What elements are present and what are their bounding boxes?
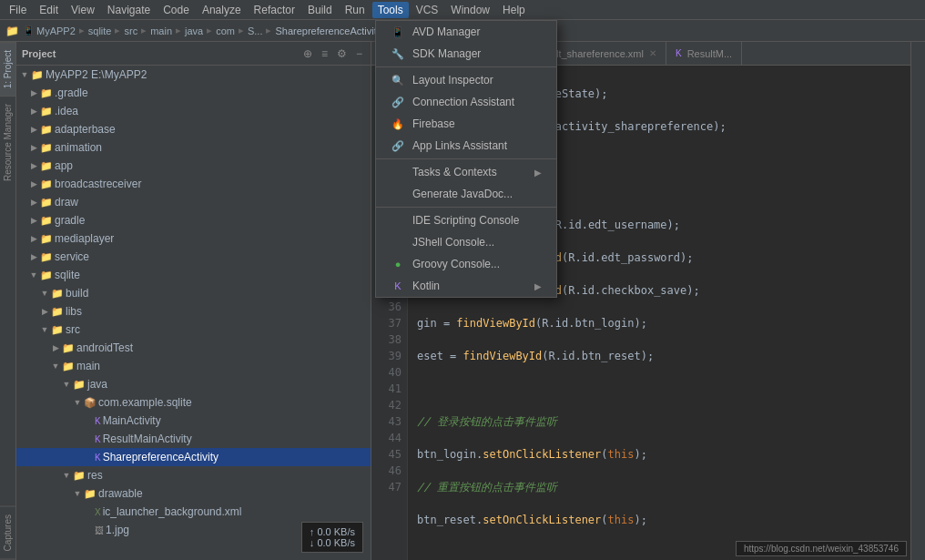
tree-item-animation[interactable]: ▶ 📁 animation xyxy=(16,138,371,157)
layout-inspector-icon: 🔍 xyxy=(391,75,405,87)
menu-run[interactable]: Run xyxy=(340,2,371,18)
breadcrumb-myapp2[interactable]: 📱 MyAPP2 xyxy=(23,25,76,36)
menu-edit[interactable]: Edit xyxy=(34,2,64,18)
menu-item-tasks[interactable]: Tasks & Contexts ▶ xyxy=(376,161,556,183)
menu-navigate[interactable]: Navigate xyxy=(102,2,156,18)
menu-item-connection-assistant[interactable]: 🔗 Connection Assistant xyxy=(376,91,556,113)
file-tree: ▼ 📁 MyAPP2 E:\MyAPP2 ▶ 📁 .gradle ▶ 📁 .id… xyxy=(16,66,371,560)
tree-item-sharepref[interactable]: K SharepreferenceActivity xyxy=(16,448,371,466)
panel-collapse-btn[interactable]: ≡ xyxy=(319,46,330,61)
menu-item-groovy[interactable]: ● Groovy Console... xyxy=(376,253,556,275)
menu-vcs[interactable]: VCS xyxy=(411,2,444,18)
folder-icon-gradle2: 📁 xyxy=(40,215,53,227)
vertical-tab-project[interactable]: 1: Project xyxy=(0,42,15,96)
tree-label-mediaplayer: mediaplayer xyxy=(55,232,114,245)
arrow-app: ▶ xyxy=(29,161,38,170)
tree-item-mainactivity[interactable]: K MainActivity xyxy=(16,412,371,430)
panel-settings-btn[interactable]: ⚙ xyxy=(334,46,350,61)
tree-item-src[interactable]: ▼ 📁 src xyxy=(16,321,371,339)
tab-resultm[interactable]: K ResultM... xyxy=(666,42,742,65)
tree-label-idea: .idea xyxy=(55,105,78,117)
menu-analyze[interactable]: Analyze xyxy=(197,2,247,18)
tree-item-androidtest[interactable]: ▶ 📁 androidTest xyxy=(16,339,371,357)
dropdown-sep-2 xyxy=(376,158,556,159)
tree-item-build[interactable]: ▼ 📁 build xyxy=(16,284,371,302)
tooltip-text: https://blog.csdn.net/weixin_43853746 xyxy=(744,544,899,554)
firebase-icon: 🔥 xyxy=(391,118,405,130)
tree-item-libs[interactable]: ▶ 📁 libs xyxy=(16,302,371,321)
tree-label-sharepref: SharepreferenceActivity xyxy=(103,451,219,463)
tree-item-myapp2[interactable]: ▼ 📁 MyAPP2 E:\MyAPP2 xyxy=(16,66,371,84)
tree-label-java: java xyxy=(87,378,107,391)
package-icon: 📦 xyxy=(84,397,97,409)
vertical-tab-resource[interactable]: Resource Manager xyxy=(0,96,15,188)
arrow-idea: ▶ xyxy=(29,107,38,116)
menu-build[interactable]: Build xyxy=(302,2,338,18)
menu-item-firebase[interactable]: 🔥 Firebase xyxy=(376,113,556,135)
app-links-label: App Links Assistant xyxy=(412,139,507,152)
arrow-main: ▼ xyxy=(51,361,60,371)
vertical-tab-captures[interactable]: Captures xyxy=(0,506,15,560)
folder-icon-sqlite: 📁 xyxy=(40,270,53,281)
tree-item-broadcast[interactable]: ▶ 📁 broadcastreceiver xyxy=(16,175,371,193)
menu-file[interactable]: File xyxy=(4,2,32,18)
right-sidebar xyxy=(910,42,925,560)
breadcrumb-s[interactable]: S... xyxy=(248,25,263,36)
tree-item-main[interactable]: ▼ 📁 main xyxy=(16,357,371,375)
arrow-animation: ▶ xyxy=(29,143,38,152)
tree-item-app[interactable]: ▶ 📁 app xyxy=(16,157,371,175)
arrow-adapterbase: ▶ xyxy=(29,125,38,134)
tree-item-service[interactable]: ▶ 📁 service xyxy=(16,248,371,266)
menu-tools[interactable]: Tools xyxy=(372,2,409,18)
tree-item-java[interactable]: ▼ 📁 java xyxy=(16,375,371,393)
tree-item-draw[interactable]: ▶ 📁 draw xyxy=(16,193,371,211)
breadcrumb-sqlite[interactable]: sqlite xyxy=(88,25,112,36)
tree-label-jpg: 1.jpg xyxy=(106,524,129,536)
tree-item-resultmainactivity[interactable]: K ResultMainActivity xyxy=(16,430,371,448)
menu-code[interactable]: Code xyxy=(158,2,195,18)
menu-window[interactable]: Window xyxy=(445,2,495,18)
panel-add-btn[interactable]: ⊕ xyxy=(300,46,315,61)
folder-icon-service: 📁 xyxy=(40,251,53,263)
jshell-label: JShell Console... xyxy=(412,236,494,249)
tree-item-launcher-xml[interactable]: X ic_launcher_background.xml xyxy=(16,503,371,521)
folder-icon-drawable: 📁 xyxy=(84,488,97,500)
tree-item-gradle2[interactable]: ▶ 📁 gradle xyxy=(16,211,371,229)
menu-item-jshell[interactable]: JShell Console... xyxy=(376,231,556,253)
menu-item-sdk[interactable]: 🔧 SDK Manager xyxy=(376,43,556,65)
file-icon-mainactivity: K xyxy=(95,416,101,426)
folder-icon-main: 📁 xyxy=(62,361,75,372)
panel-minimize-btn[interactable]: − xyxy=(353,46,365,61)
breadcrumb-activity[interactable]: SharepreferenceActivity xyxy=(275,25,381,36)
breadcrumb-main[interactable]: main xyxy=(150,25,172,36)
tree-label-mainactivity: MainActivity xyxy=(103,414,161,427)
breadcrumb-src[interactable]: src xyxy=(124,25,137,36)
tree-label-sqlite: sqlite xyxy=(55,269,80,281)
folder-icon-res: 📁 xyxy=(73,470,86,482)
tree-item-idea[interactable]: ▶ 📁 .idea xyxy=(16,102,371,120)
menu-item-layout-inspector[interactable]: 🔍 Layout Inspector xyxy=(376,69,556,91)
folder-icon-gradle1: 📁 xyxy=(40,87,53,99)
tab-close-activity-result[interactable]: ✕ xyxy=(649,48,656,58)
tree-item-drawable[interactable]: ▼ 📁 drawable xyxy=(16,484,371,503)
menu-help[interactable]: Help xyxy=(497,2,531,18)
breadcrumb-java[interactable]: java xyxy=(185,25,203,36)
tree-item-sqlite[interactable]: ▼ 📁 sqlite xyxy=(16,266,371,284)
tree-item-package[interactable]: ▼ 📦 com.example.sqlite xyxy=(16,393,371,412)
tree-item-adapterbase[interactable]: ▶ 📁 adapterbase xyxy=(16,120,371,138)
menu-refactor[interactable]: Refactor xyxy=(249,2,300,18)
panel-actions: ⊕ ≡ ⚙ − xyxy=(300,46,365,61)
menu-view[interactable]: View xyxy=(66,2,100,18)
tree-item-mediaplayer[interactable]: ▶ 📁 mediaplayer xyxy=(16,229,371,248)
menu-item-generate-javadoc[interactable]: Generate JavaDoc... xyxy=(376,183,556,205)
menu-item-avd[interactable]: 📱 AVD Manager xyxy=(376,21,556,43)
arrow-draw: ▶ xyxy=(29,198,38,207)
breadcrumb-com[interactable]: com xyxy=(216,25,235,36)
tree-item-gradle1[interactable]: ▶ 📁 .gradle xyxy=(16,84,371,102)
tree-item-res[interactable]: ▼ 📁 res xyxy=(16,466,371,484)
menu-item-kotlin[interactable]: K Kotlin ▶ xyxy=(376,275,556,297)
menu-item-ide-scripting[interactable]: IDE Scripting Console xyxy=(376,209,556,231)
tree-label-launcher-xml: ic_launcher_background.xml xyxy=(103,505,242,518)
tab-label-resultm: ResultM... xyxy=(687,48,733,59)
menu-item-app-links[interactable]: 🔗 App Links Assistant xyxy=(376,135,556,157)
